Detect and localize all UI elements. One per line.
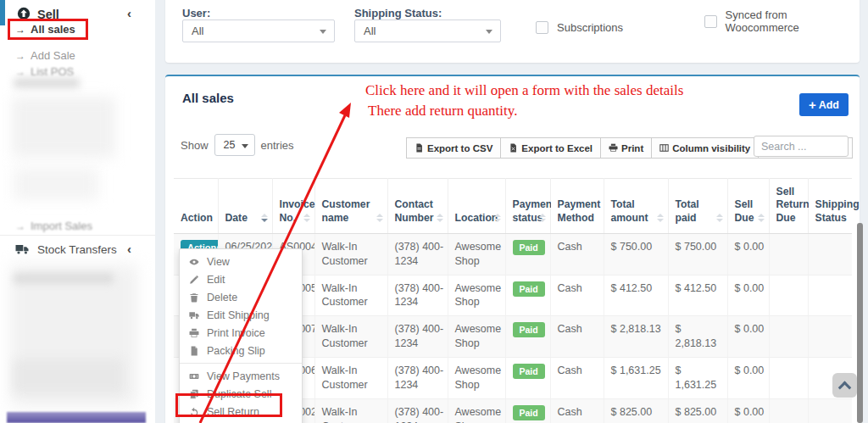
column-header-location[interactable]: Location	[448, 179, 505, 234]
column-header-total-paid[interactable]: Total paid	[668, 179, 727, 234]
page-length-select[interactable]: 25	[214, 134, 255, 156]
add-button[interactable]: + Add	[799, 93, 849, 116]
print-button[interactable]: Print	[600, 137, 652, 159]
column-label: Location	[455, 212, 498, 224]
trash-icon	[189, 292, 199, 303]
filters-panel: User: All Shipping Status: All Subscript…	[165, 0, 860, 63]
column-visibility-button[interactable]: Column visibility	[651, 137, 759, 159]
location-cell: Awesome Shop	[448, 316, 505, 358]
subscriptions-checkbox[interactable]: Subscriptions	[536, 21, 623, 34]
column-header-payment-method: Payment Method	[550, 179, 604, 234]
sidebar-item-list-pos[interactable]: →List POS	[15, 65, 74, 78]
dropdown-item-delete[interactable]: Delete	[180, 288, 302, 306]
shipping-status-filter-select[interactable]: All	[354, 19, 501, 42]
sell-due-cell: $ 0.00	[727, 233, 769, 275]
customer-cell: Walk-In Customer	[314, 233, 387, 275]
sidebar-item-label: Add Sale	[31, 49, 75, 62]
truck-icon	[15, 242, 29, 256]
chevron-up-icon	[838, 381, 852, 395]
sidebar-item-add-sale[interactable]: →Add Sale	[15, 49, 75, 62]
sell-due-cell: $ 0.00	[727, 398, 769, 423]
button-label: Print	[621, 143, 643, 153]
dropdown-item-packing-slip[interactable]: Packing Slip	[180, 342, 302, 359]
dropdown-divider	[180, 363, 302, 364]
dropdown-item-label: Edit	[207, 274, 225, 286]
shipping-status-filter-value: All	[364, 25, 376, 37]
column-label: Total amount	[611, 198, 648, 223]
sidebar: Sell ‹ →All sales→Add Sale→List POS→Impo…	[0, 0, 155, 423]
arrow-right-icon: →	[15, 66, 25, 78]
column-header-total-amount[interactable]: Total amount	[604, 179, 668, 234]
dropdown-item-view-payments[interactable]: View Payments	[180, 367, 302, 385]
payment-status-cell: Paid	[505, 233, 550, 275]
chevron-left-icon[interactable]: ‹	[127, 6, 131, 20]
location-cell: Awesome Shop	[448, 275, 505, 316]
export-to-excel-button[interactable]: Export to Excel	[500, 137, 601, 159]
checkbox-icon[interactable]	[704, 15, 717, 28]
contact-cell: (378) 400-1234	[387, 233, 448, 275]
dropdown-item-edit[interactable]: Edit	[180, 270, 302, 288]
printer-icon	[189, 328, 199, 338]
column-header-sell-return-due: Sell Return Due	[769, 179, 808, 234]
sell-return-due-cell	[769, 398, 808, 423]
sidebar-divider	[0, 235, 155, 236]
contact-cell: (378) 400-1234	[387, 358, 448, 399]
arrow-right-icon: →	[15, 50, 25, 62]
chevron-left-icon[interactable]: ‹	[127, 242, 131, 256]
search-input[interactable]	[754, 136, 849, 157]
dropdown-item-label: Delete	[207, 292, 237, 303]
total-amount-cell: $ 825.00	[604, 398, 668, 423]
shipping-status-cell	[808, 233, 852, 275]
payment-method-cell: Cash	[550, 233, 604, 275]
sell-return-due-cell	[769, 275, 808, 316]
user-filter-select[interactable]: All	[182, 19, 335, 42]
dropdown-item-edit-shipping[interactable]: Edit Shipping	[180, 306, 302, 324]
columns-icon	[659, 143, 669, 153]
add-button-label: Add	[819, 99, 839, 111]
paid-status-badge: Paid	[513, 240, 545, 255]
shipping-status-cell	[808, 275, 852, 316]
vertical-scrollbar[interactable]	[857, 223, 863, 423]
printer-icon	[609, 143, 618, 153]
column-header-sell-due[interactable]: Sell Due	[727, 179, 769, 234]
export-to-csv-button[interactable]: Export to CSV	[406, 137, 501, 159]
column-header-customer-name[interactable]: Customer name	[314, 179, 387, 234]
total-amount-cell: $ 412.50	[604, 275, 668, 316]
annotation-text-line1: Click here and it will open a form with …	[365, 82, 683, 99]
dropdown-item-label: Packing Slip	[207, 345, 265, 357]
checkbox-icon[interactable]	[536, 21, 548, 34]
sidebar-bottom-bar	[7, 412, 146, 423]
arrow-right-icon: →	[15, 220, 25, 232]
money-icon	[189, 371, 199, 381]
payment-status-cell: Paid	[505, 398, 550, 423]
sidebar-item-import-sales[interactable]: →Import Sales	[15, 220, 92, 232]
sell-return-due-cell	[769, 233, 808, 275]
blurred-sidebar-content	[12, 97, 115, 158]
payment-method-cell: Cash	[550, 316, 604, 358]
dropdown-item-print-invoice[interactable]: Print Invoice	[180, 324, 302, 342]
column-header-payment-status[interactable]: Payment status	[505, 179, 550, 234]
column-header-contact-number[interactable]: Contact Number	[387, 179, 448, 234]
column-label: Contact Number	[395, 198, 434, 223]
sidebar-item-label: List POS	[31, 65, 74, 78]
payment-method-cell: Cash	[550, 358, 604, 399]
pencil-icon	[189, 275, 199, 285]
dropdown-item-label: View Payments	[207, 370, 280, 382]
column-label: Action	[181, 212, 213, 224]
contact-cell: (378) 400-1234	[387, 398, 448, 423]
sort-icon	[758, 214, 765, 222]
dropdown-item-label: Print Invoice	[207, 327, 265, 339]
sell-return-due-cell	[769, 358, 808, 399]
shipping-status-cell	[808, 316, 852, 358]
total-amount-cell: $ 2,818.13	[604, 316, 668, 358]
scroll-to-top-button[interactable]	[832, 373, 857, 398]
customer-cell: Walk-In Customer	[314, 316, 387, 358]
sell-due-cell: $ 0.00	[727, 316, 769, 358]
synced-woocommerce-checkbox[interactable]: Synced from Woocommerce	[704, 8, 860, 34]
blurred-sidebar-content	[14, 168, 98, 200]
column-header-invoice-no[interactable]: Invoice No.	[272, 179, 314, 234]
column-header-date[interactable]: Date	[218, 179, 272, 234]
dropdown-item-view[interactable]: View	[180, 253, 302, 270]
sidebar-section-stock-transfers[interactable]: Stock Transfers ‹	[0, 241, 155, 259]
blurred-sidebar-content	[14, 78, 80, 88]
